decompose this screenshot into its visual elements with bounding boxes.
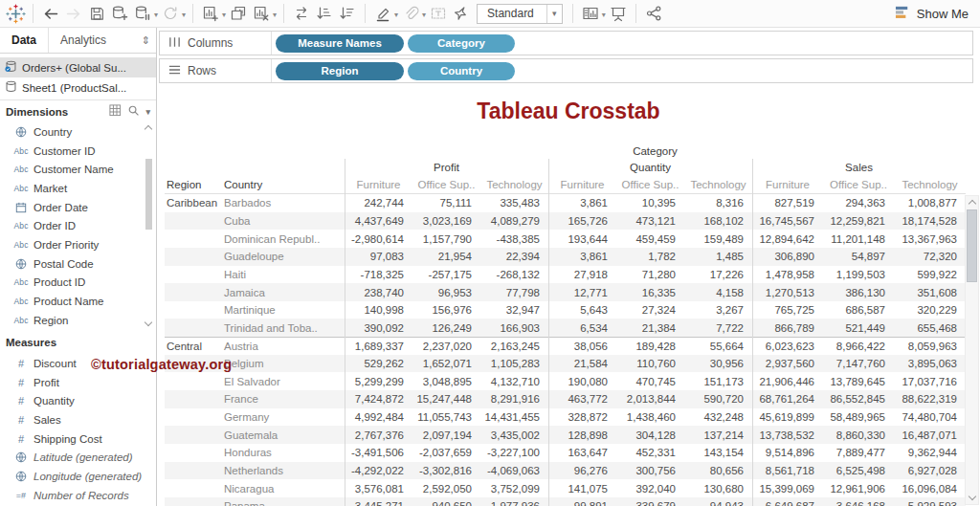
dimension-item[interactable]: AbcOrder Priority xyxy=(0,235,156,254)
dimension-item[interactable]: AbcCustomer ID xyxy=(0,142,156,161)
value-cell: 8,059,963 xyxy=(894,338,966,355)
sort-descending-icon[interactable] xyxy=(336,2,359,25)
dimension-item[interactable]: AbcOrder ID xyxy=(0,216,156,235)
datasource-item[interactable]: Orders+ (Global Su... xyxy=(0,57,156,77)
table-row[interactable]: Nicaragua3,576,0812,592,0503,752,099141,… xyxy=(165,479,966,497)
tab-analytics[interactable]: Analytics xyxy=(48,28,136,53)
table-row[interactable]: Honduras-3,491,506-2,037,659-3,227,10016… xyxy=(165,444,966,462)
save-icon[interactable] xyxy=(85,2,108,25)
table-row[interactable]: Guatemala2,767,3762,097,1943,435,002128,… xyxy=(165,426,966,444)
run-update-icon-caret[interactable]: ▾ xyxy=(182,11,186,19)
fix-axes-icon[interactable] xyxy=(450,2,473,25)
new-datasource-icon[interactable] xyxy=(108,2,131,25)
group-members-icon-caret[interactable]: ▾ xyxy=(422,11,426,19)
pause-auto-updates-icon[interactable] xyxy=(131,2,154,25)
table-row[interactable]: Jamaica238,74096,95377,79812,77116,3354,… xyxy=(165,283,966,301)
sort-ascending-icon[interactable] xyxy=(313,2,336,25)
measure-item[interactable]: =#Number of Records xyxy=(0,486,156,505)
measure-item[interactable]: Latitude (generated) xyxy=(0,448,156,467)
highlight-icon[interactable] xyxy=(371,2,394,25)
dimension-item[interactable]: AbcMarket xyxy=(0,179,156,198)
value-cell: 392,040 xyxy=(616,479,684,497)
redo-icon[interactable] xyxy=(62,2,85,25)
group-members-icon[interactable] xyxy=(399,2,422,25)
presentation-mode-icon[interactable] xyxy=(607,2,630,25)
table-row[interactable]: Netherlands-4,292,022-3,302,816-4,069,06… xyxy=(165,462,966,480)
dimension-item[interactable]: Order Date xyxy=(0,198,156,217)
new-worksheet-icon[interactable] xyxy=(199,2,222,25)
table-row[interactable]: Germany4,992,48411,055,74314,431,455328,… xyxy=(165,408,966,427)
value-cell: 294,363 xyxy=(823,194,894,212)
dimension-item[interactable]: Postal Code xyxy=(0,254,156,274)
measure-item[interactable]: #Profit xyxy=(0,373,156,392)
region-cell xyxy=(165,408,222,427)
pane-swap-icon[interactable]: ⇕ xyxy=(136,28,156,53)
show-hide-cards-icon-caret[interactable]: ▾ xyxy=(602,11,606,19)
scroll-up-icon[interactable] xyxy=(969,200,976,208)
value-cell: 5,643 xyxy=(548,301,616,319)
value-cell: -3,491,506 xyxy=(345,444,412,462)
clear-sheet-icon[interactable] xyxy=(250,2,273,25)
pill-category[interactable]: Category xyxy=(408,34,515,53)
table-row[interactable]: Panama3,445,271940,6501,977,93699,891339… xyxy=(165,497,966,506)
value-cell: 940,650 xyxy=(412,497,480,506)
value-cell: 15,247,448 xyxy=(412,390,480,408)
table-row[interactable]: Trinidad and Toba..390,092126,249166,903… xyxy=(165,319,966,337)
text-label-icon[interactable] xyxy=(427,2,450,25)
scroll-down-icon[interactable] xyxy=(969,493,976,500)
pill-country[interactable]: Country xyxy=(408,62,515,80)
swap-rows-columns-icon[interactable] xyxy=(290,2,313,25)
table-row[interactable]: El Salvador5,299,2993,048,8954,132,71019… xyxy=(165,372,966,390)
show-me-button[interactable]: Show Me xyxy=(891,5,972,23)
value-cell: 166,903 xyxy=(480,319,548,337)
duplicate-sheet-icon[interactable] xyxy=(227,2,250,25)
table-row[interactable]: CaribbeanBarbados242,74475,111335,4833,8… xyxy=(165,194,966,212)
dimension-item[interactable]: AbcProduct ID xyxy=(0,274,156,293)
pause-auto-updates-icon-caret[interactable]: ▾ xyxy=(154,11,158,19)
find-field-icon[interactable] xyxy=(127,104,140,119)
measure-item[interactable]: #Quantity xyxy=(0,391,156,410)
table-row[interactable]: Belgium529,2621,652,0711,105,28321,58411… xyxy=(165,355,966,373)
table-row[interactable]: Martinique140,998156,97632,9475,64327,32… xyxy=(165,301,966,319)
view-data-grid-icon[interactable] xyxy=(109,104,122,119)
pill-region[interactable]: Region xyxy=(276,62,404,80)
measure-item[interactable]: Longitude (generated) xyxy=(0,467,156,486)
highlight-icon-caret[interactable]: ▾ xyxy=(394,11,398,19)
country-cell: Belgium xyxy=(222,355,345,373)
subcategory-header: Office Sup.. xyxy=(823,176,894,193)
clear-sheet-icon-caret[interactable]: ▾ xyxy=(273,11,277,19)
subcategory-header: Furniture xyxy=(752,176,823,193)
pill-measure-names[interactable]: Measure Names xyxy=(276,34,404,53)
dimension-item[interactable]: AbcRegion xyxy=(0,311,156,330)
tab-data[interactable]: Data xyxy=(0,28,48,53)
dimensions-menu-icon[interactable]: ▾ xyxy=(145,107,150,117)
fit-dropdown-caret-icon[interactable]: ▾ xyxy=(546,5,562,23)
value-cell: 5,929,593 xyxy=(894,497,966,506)
show-hide-cards-icon[interactable] xyxy=(579,2,602,25)
undo-icon[interactable] xyxy=(39,2,62,25)
new-worksheet-icon-caret[interactable]: ▾ xyxy=(222,11,226,19)
measure-item[interactable]: #Shipping Cost xyxy=(0,429,156,449)
datasource-item[interactable]: Sheet1 (ProductSal... xyxy=(0,77,156,98)
table-row[interactable]: Dominican Republ..-2,980,6141,157,790-43… xyxy=(165,230,966,248)
table-row[interactable]: France7,424,87215,247,4488,291,916463,77… xyxy=(165,390,966,408)
measure-item[interactable]: #Sales xyxy=(0,410,156,429)
share-icon[interactable] xyxy=(642,2,665,25)
table-row[interactable]: CentralAustria1,689,3372,237,0202,163,24… xyxy=(165,337,966,355)
measure-group-header: Quantity xyxy=(548,159,752,176)
dimensions-scrollbar[interactable] xyxy=(145,159,152,230)
table-row[interactable]: Guadeloupe97,08321,95422,3943,8611,7821,… xyxy=(165,248,966,266)
value-cell: 827,519 xyxy=(752,194,823,212)
dimension-item[interactable]: AbcProduct Name xyxy=(0,292,156,311)
vertical-scrollbar[interactable] xyxy=(965,195,979,505)
dimension-item[interactable]: Country xyxy=(0,122,156,142)
value-cell: 99,891 xyxy=(548,497,616,506)
watermark: ©tutorialgateway.org xyxy=(91,357,232,372)
run-update-icon[interactable] xyxy=(159,2,182,25)
fit-dropdown[interactable]: Standard▾ xyxy=(477,4,563,24)
table-row[interactable]: Haiti-718,325-257,175-268,13227,91871,28… xyxy=(165,266,966,284)
datasource-icon xyxy=(5,80,17,95)
scrollbar-thumb[interactable] xyxy=(967,209,977,282)
dimension-item[interactable]: AbcCustomer Name xyxy=(0,160,156,179)
table-row[interactable]: Cuba4,437,6493,023,1694,089,279165,72647… xyxy=(165,212,966,231)
